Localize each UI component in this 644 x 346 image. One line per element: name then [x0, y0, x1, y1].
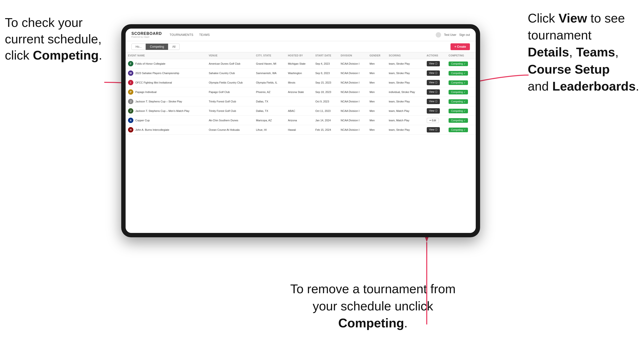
table-row: J Jackson T. Stephens Cup – Men's Match …: [126, 106, 476, 116]
start-date-cell: Sep 9, 2023: [313, 68, 338, 78]
view-button[interactable]: View ⓘ: [427, 80, 440, 85]
tab-group: Ho... Competing All: [132, 44, 180, 50]
actions-cell: View ⓘ: [424, 106, 446, 116]
table-header-row: EVENT NAME VENUE CITY, STATE HOSTED BY S…: [126, 52, 476, 59]
city-state-cell: Sammamish, WA: [254, 68, 286, 78]
col-venue: VENUE: [206, 52, 254, 59]
scoring-cell: team, Stroke Play: [386, 68, 424, 78]
create-button[interactable]: + Create: [450, 43, 470, 50]
team-logo: J: [128, 99, 133, 104]
competing-button[interactable]: Competing ✓: [448, 118, 468, 123]
view-button[interactable]: View ⓘ: [427, 108, 440, 114]
event-name: 2023 Sahalee Players Championship: [135, 72, 179, 75]
competing-button[interactable]: Competing ✓: [448, 109, 468, 113]
logo-sub: Powered by clippd: [132, 36, 162, 38]
view-button[interactable]: View ⓘ: [427, 127, 440, 133]
gender-cell: Men: [367, 59, 386, 68]
competing-cell: Competing ✓: [446, 116, 476, 125]
hosted-by-cell: Arizona: [286, 116, 313, 125]
competing-cell: Competing ✓: [446, 97, 476, 106]
start-date-cell: Jan 14, 2024: [313, 116, 338, 125]
competing-button[interactable]: Competing ✓: [448, 80, 468, 85]
annotation-top-left: To check your current schedule, click Co…: [5, 14, 102, 64]
venue-cell: Trinity Forest Golf Club: [206, 106, 254, 116]
competing-cell: Competing ✓: [446, 106, 476, 116]
tournaments-table: EVENT NAME VENUE CITY, STATE HOSTED BY S…: [126, 52, 476, 135]
event-name: Folds of Honor Collegiate: [135, 62, 165, 65]
tab-all[interactable]: All: [168, 44, 180, 50]
gender-cell: Men: [367, 97, 386, 106]
venue-cell: Olympia Fields Country Club: [206, 78, 254, 87]
event-name: Jackson T. Stephens Cup – Men's Match Pl…: [135, 109, 189, 112]
venue-cell: Ak-Chin Southern Dunes: [206, 116, 254, 125]
start-date-cell: Sep 18, 2023: [313, 87, 338, 97]
actions-cell: View ⓘ: [424, 78, 446, 87]
nav-bar: SCOREBOARD Powered by clippd TOURNAMENTS…: [126, 28, 476, 41]
col-hosted-by: HOSTED BY: [286, 52, 313, 59]
actions-cell: View ⓘ: [424, 68, 446, 78]
competing-button[interactable]: Competing ✓: [448, 90, 468, 94]
hosted-by-cell: Hawaii: [286, 125, 313, 135]
team-logo: H: [128, 127, 133, 133]
scoring-cell: team, Match Play: [386, 106, 424, 116]
hosted-by-cell: Washington: [286, 68, 313, 78]
event-name: Copper Cup: [135, 119, 150, 122]
tablet-screen: SCOREBOARD Powered by clippd TOURNAMENTS…: [126, 28, 476, 233]
event-name-cell: W 2023 Sahalee Players Championship: [126, 68, 206, 78]
competing-button[interactable]: Competing ✓: [448, 71, 468, 76]
tab-competing[interactable]: Competing: [146, 44, 168, 50]
team-logo: W: [128, 70, 133, 76]
col-actions: ACTIONS: [424, 52, 446, 59]
team-logo: A: [128, 118, 133, 123]
hosted-by-cell: Illinois: [286, 78, 313, 87]
nav-teams[interactable]: TEAMS: [199, 33, 210, 36]
tab-home[interactable]: Ho...: [132, 44, 146, 50]
event-name-cell: P Papago Individual: [126, 87, 206, 97]
competing-button[interactable]: Competing ✓: [448, 99, 468, 104]
event-name-cell: A Copper Cup: [126, 116, 206, 125]
table-row: P Papago Individual Papago Golf ClubPhoe…: [126, 87, 476, 97]
competing-button[interactable]: Competing ✓: [448, 61, 468, 66]
competing-cell: Competing ✓: [446, 59, 476, 68]
actions-cell: View ⓘ: [424, 59, 446, 68]
toolbar: Ho... Competing All + Create: [126, 41, 476, 52]
event-name: John A. Burns Intercollegiate: [135, 128, 169, 131]
venue-cell: Ocean Course At Hokuala: [206, 125, 254, 135]
nav-links: TOURNAMENTS TEAMS: [170, 33, 436, 36]
start-date-cell: Feb 15, 2024: [313, 125, 338, 135]
col-scoring: SCORING: [386, 52, 424, 59]
event-name: Jackson T. Stephens Cup – Stroke Play: [135, 100, 182, 103]
table-row: F Folds of Honor Collegiate American Dun…: [126, 59, 476, 68]
gender-cell: Men: [367, 78, 386, 87]
annotation-bottom: To remove a tournament from your schedul…: [288, 280, 458, 332]
col-start-date: START DATE: [313, 52, 338, 59]
table-row: H John A. Burns Intercollegiate Ocean Co…: [126, 125, 476, 135]
col-division: DIVISION: [338, 52, 367, 59]
sign-out-link[interactable]: Sign out: [459, 33, 470, 36]
competing-button[interactable]: Competing ✓: [448, 128, 468, 132]
competing-cell: Competing ✓: [446, 78, 476, 87]
edit-button[interactable]: ✏ Edit: [427, 118, 439, 123]
event-name: Papago Individual: [135, 91, 156, 93]
venue-cell: Sahalee Country Club: [206, 68, 254, 78]
actions-cell: View ⓘ: [424, 87, 446, 97]
col-event-name: EVENT NAME: [126, 52, 206, 59]
event-name-cell: H John A. Burns Intercollegiate: [126, 125, 206, 135]
start-date-cell: Oct 9, 2023: [313, 97, 338, 106]
tablet-device: SCOREBOARD Powered by clippd TOURNAMENTS…: [121, 24, 480, 237]
gender-cell: Men: [367, 116, 386, 125]
table-row: W 2023 Sahalee Players Championship Saha…: [126, 68, 476, 78]
team-logo: I: [128, 80, 133, 85]
view-button[interactable]: View ⓘ: [427, 61, 440, 66]
event-name-cell: J Jackson T. Stephens Cup – Stroke Play: [126, 97, 206, 106]
scoring-cell: team, Stroke Play: [386, 125, 424, 135]
nav-tournaments[interactable]: TOURNAMENTS: [170, 33, 194, 36]
start-date-cell: Sep 15, 2023: [313, 78, 338, 87]
event-name: OFCC Fighting Illini Invitational: [135, 81, 172, 84]
table-row: A Copper Cup Ak-Chin Southern DunesMaric…: [126, 116, 476, 125]
view-button[interactable]: View ⓘ: [427, 89, 440, 95]
view-button[interactable]: View ⓘ: [427, 99, 440, 104]
event-name-cell: F Folds of Honor Collegiate: [126, 59, 206, 68]
scoring-cell: team, Stroke Play: [386, 97, 424, 106]
view-button[interactable]: View ⓘ: [427, 70, 440, 76]
